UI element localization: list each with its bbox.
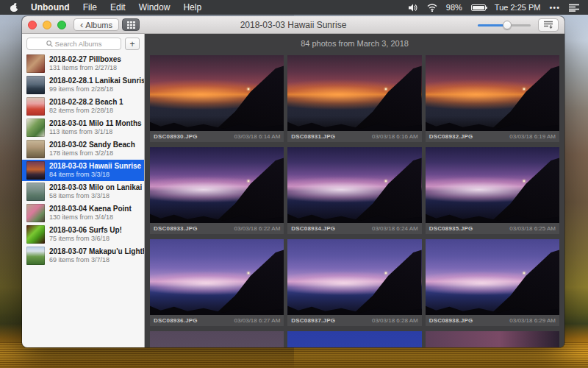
lighthouse-light [385,180,387,182]
lighthouse-light [248,272,249,274]
metadata-panel-button[interactable] [538,18,559,32]
album-thumbnail [26,204,45,222]
album-title: 2018-03-03 Milo on Lanikai [49,183,142,192]
siri-dots-icon[interactable]: ••• [549,3,560,12]
album-title: 2018-02-28.2 Beach 1 [49,98,123,107]
photo-caption: DSC08930.JPG 03/03/18 6:14 AM [150,131,284,142]
menu-help[interactable]: Help [183,2,201,13]
photo-timestamp: 03/03/18 6:27 AM [234,317,281,324]
photo-thumbnail[interactable] [287,331,421,347]
add-album-button[interactable]: + [125,38,140,50]
album-title: 2018-03-03 Hawaii Sunrise [49,162,141,171]
notification-center-icon[interactable] [569,4,579,12]
photo-pane-header: 84 photos from March 3, 2018 [145,34,564,53]
album-thumbnail [26,161,45,180]
photo-thumbnail[interactable] [150,239,284,315]
photo-cell[interactable]: DSC08937.JPG 03/03/18 6:28 AM [287,239,421,326]
album-list-item[interactable]: 2018-02-28.2 Beach 1 82 items from 2/28/… [22,96,144,117]
album-thumbnail [26,140,45,158]
menu-window[interactable]: Window [139,2,171,13]
photo-thumbnail[interactable] [150,331,284,347]
photo-cell[interactable] [426,331,559,347]
photo-cell[interactable] [287,331,421,347]
menu-file[interactable]: File [83,2,97,13]
album-list-item[interactable]: 2018-02-27 Pillboxes 131 items from 2/27… [22,53,144,74]
photo-thumbnail[interactable] [426,331,559,347]
photo-timestamp: 03/03/18 6:22 AM [234,225,281,232]
menu-edit[interactable]: Edit [110,2,126,13]
album-list-item[interactable]: 2018-03-04 Kaena Point 130 items from 3/… [22,202,144,224]
thumbnail-size-slider[interactable] [478,21,531,29]
photo-thumbnail[interactable] [426,55,559,131]
photo-timestamp: 03/03/18 6:29 AM [509,317,556,324]
album-subtitle: 82 items from 2/28/18 [49,107,123,115]
album-list-item[interactable]: 2018-03-03 Milo on Lanikai 58 items from… [22,181,144,202]
lighthouse-light [385,88,387,90]
photo-caption: DSC08935.JPG 03/03/18 6:25 AM [426,223,559,234]
menu-app-name[interactable]: Unbound [31,2,70,13]
lighthouse-light [523,88,525,90]
zoom-button[interactable] [57,21,66,29]
photo-cell[interactable]: DSC08933.JPG 03/03/18 6:22 AM [150,147,284,234]
photo-timestamp: 03/03/18 6:19 AM [509,133,556,140]
grid-view-toggle-button[interactable] [122,18,140,31]
photo-cell[interactable]: DSC08936.JPG 03/03/18 6:27 AM [150,239,284,326]
album-sidebar: Search Albums + 2018-02-27 Pillboxes 131… [22,34,145,347]
album-title: 2018-03-06 Surfs Up! [49,226,122,235]
photo-thumbnail[interactable] [426,239,559,315]
close-button[interactable] [28,21,37,29]
photo-cell[interactable]: DSC08935.JPG 03/03/18 6:25 AM [426,147,559,234]
photo-cell[interactable]: DSC08934.JPG 03/03/18 6:24 AM [287,147,421,234]
photo-thumbnail[interactable] [287,147,421,223]
photo-pane: 84 photos from March 3, 2018 DSC08930.JP… [145,34,564,347]
menu-clock[interactable]: Tue 2:25 PM [495,3,541,12]
back-albums-button[interactable]: ‹ Albums [74,18,119,31]
album-list-item[interactable]: 2018-03-06 Surfs Up! 75 items from 3/6/1… [22,224,144,245]
photo-cell[interactable] [150,331,284,347]
search-placeholder: Search Albums [55,40,102,48]
photo-caption: DSC08933.JPG 03/03/18 6:22 AM [150,223,284,234]
photo-timestamp: 03/03/18 6:16 AM [372,133,418,140]
photo-filename: DSC08934.JPG [291,225,335,232]
photo-cell[interactable]: DSC08938.JPG 03/03/18 6:29 AM [426,239,559,326]
photo-filename: DSC08935.JPG [429,225,473,232]
search-input[interactable]: Search Albums [26,38,121,50]
photo-caption: DSC08931.JPG 03/03/18 6:16 AM [287,131,421,142]
photo-cell[interactable]: DSC08930.JPG 03/03/18 6:14 AM [150,55,284,142]
volume-icon[interactable] [409,4,418,12]
photo-cell[interactable]: DSC08931.JPG 03/03/18 6:16 AM [287,55,421,142]
photo-cell[interactable]: DSC08932.JPG 03/03/18 6:19 AM [426,55,559,142]
battery-icon[interactable] [471,4,486,11]
minimize-button[interactable] [43,21,51,29]
album-title: 2018-03-02 Sandy Beach [49,141,135,149]
photo-filename: DSC08933.JPG [154,225,198,232]
album-list-item[interactable]: 2018-02-28.1 Lanikai Sunrise 99 items fr… [22,74,144,96]
photo-timestamp: 03/03/18 6:14 AM [234,133,281,140]
album-list-item[interactable]: 2018-03-07 Makapu'u Lighthouse 69 items … [22,245,144,266]
album-title: 2018-03-01 Milo 11 Months [49,119,142,128]
photo-thumbnail[interactable] [150,147,284,223]
photo-thumbnail[interactable] [426,147,559,223]
album-subtitle: 58 items from 3/3/18 [49,192,142,200]
title-bar[interactable]: ‹ Albums 2018-03-03 Hawaii Sunrise [22,16,564,34]
wifi-icon[interactable] [427,4,437,12]
slider-thumb[interactable] [503,21,512,29]
photo-thumbnail[interactable] [287,239,421,315]
album-subtitle: 99 items from 2/28/18 [49,85,144,93]
album-thumbnail [26,247,45,265]
photo-thumbnail[interactable] [150,55,284,131]
album-list-item[interactable]: 2018-03-01 Milo 11 Months 113 items from… [22,117,144,138]
album-list: 2018-02-27 Pillboxes 131 items from 2/27… [22,53,144,347]
album-thumbnail [26,76,45,94]
album-list-item[interactable]: 2018-03-02 Sandy Beach 178 items from 3/… [22,138,144,160]
album-title: 2018-03-04 Kaena Point [49,205,132,213]
photo-caption: DSC08932.JPG 03/03/18 6:19 AM [426,131,559,142]
album-subtitle: 75 items from 3/6/18 [49,235,122,243]
album-subtitle: 130 items from 3/4/18 [49,213,132,222]
photo-thumbnail[interactable] [287,55,421,131]
photo-caption: DSC08938.JPG 03/03/18 6:29 AM [426,315,559,326]
photo-caption: DSC08934.JPG 03/03/18 6:24 AM [287,223,421,234]
album-list-item[interactable]: 2018-03-03 Hawaii Sunrise 84 items from … [22,160,144,181]
photo-filename: DSC08936.JPG [154,317,198,324]
apple-menu-icon[interactable] [10,3,18,12]
